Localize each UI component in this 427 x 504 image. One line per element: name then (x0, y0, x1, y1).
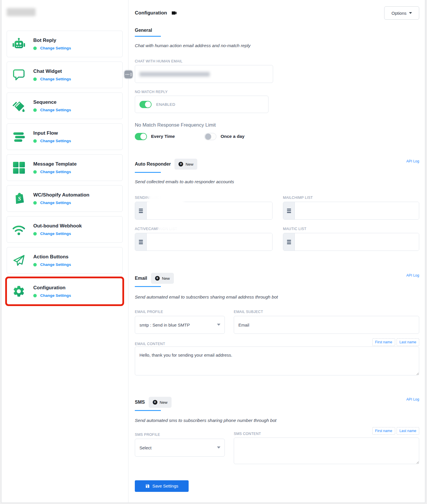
change-settings-link[interactable]: Change Settings (40, 293, 71, 298)
sidebar-item-body: Action Buttons Change Settings (33, 254, 71, 267)
sidebar-item-label: Message Template (33, 161, 77, 167)
main-panel: Configuration Options General Chat with … (129, 0, 425, 503)
change-settings-link[interactable]: Change Settings (40, 262, 71, 267)
svg-text:S: S (18, 196, 21, 202)
sidebar-item-body: Out-bound Webhook Change Settings (33, 223, 82, 236)
change-settings-link[interactable]: Change Settings (40, 108, 71, 112)
email-subject-input[interactable] (234, 316, 419, 334)
robot-icon (12, 37, 26, 51)
caret-down-icon (409, 12, 412, 14)
hamburger-icon (135, 233, 147, 251)
sms-new-button[interactable]: + New (149, 397, 172, 408)
sidebar-item-bot-reply[interactable]: Bot Reply Change Settings (7, 31, 123, 57)
mailchimp-list-input[interactable] (295, 202, 419, 219)
sms-api-log-link[interactable]: API Log (406, 397, 419, 401)
gear-icon (12, 284, 26, 298)
sidebar-item-label: Out-bound Webhook (33, 223, 82, 229)
save-icon (145, 484, 150, 488)
chat-with-human-email-input[interactable] (135, 65, 273, 83)
sms-fields-row: SMS PROFILE Select SMS CONTENT First nam… (135, 432, 419, 464)
change-settings-link[interactable]: Change Settings (40, 170, 71, 174)
sms-content-label-row: SMS CONTENT First name Last name (234, 432, 419, 436)
list-bars-icon (12, 130, 26, 144)
sidebar-item-sequence[interactable]: Sequence Change Settings (7, 92, 123, 119)
email-last-name-chip[interactable]: Last name (397, 338, 419, 346)
redacted-logo (7, 8, 36, 16)
auto-responder-api-log-link[interactable]: API Log (406, 159, 419, 163)
change-settings-link[interactable]: Change Settings (40, 139, 71, 143)
redaction-blob (148, 185, 184, 218)
chat-with-human-email-label: CHAT WITH HUMAN EMAIL (135, 59, 419, 63)
sms-content-label: SMS CONTENT (234, 432, 261, 436)
caret-down-icon (217, 446, 220, 449)
email-profile-row: EMAIL PROFILE smtp : Send in blue SMTP E… (135, 309, 419, 334)
email-content-label: EMAIL CONTENT (135, 342, 165, 346)
sidebar-item-label: Configuration (33, 285, 71, 291)
wifi-icon (12, 223, 26, 236)
sms-underline (135, 410, 161, 411)
sidebar-item-message-template[interactable]: Message Template Change Settings (7, 154, 123, 181)
sidebar-item-action-buttons[interactable]: Action Buttons Change Settings (7, 247, 123, 274)
status-dot (33, 170, 37, 174)
auto-responder-heading: Auto Responder (135, 162, 171, 167)
options-button[interactable]: Options (384, 6, 419, 20)
email-profile-label: EMAIL PROFILE (135, 310, 163, 314)
sidebar-item-outbound-webhook[interactable]: Out-bound Webhook Change Settings (7, 216, 123, 243)
email-subject-label: EMAIL SUBJECT (234, 310, 263, 314)
email-first-name-chip[interactable]: First name (372, 338, 395, 346)
auto-responder-heading-row: Auto Responder + New API Log (135, 159, 419, 170)
sidebar-item-label: WC/Shopify Automation (33, 192, 89, 198)
paint-bucket-icon (12, 99, 26, 113)
activecampaign-list-input[interactable] (147, 233, 272, 251)
change-settings-link[interactable]: Change Settings (40, 231, 71, 236)
once-a-day-toggle[interactable] (204, 133, 216, 140)
sms-heading: SMS (135, 400, 145, 405)
sms-first-name-chip[interactable]: First name (372, 427, 395, 435)
email-content-textarea[interactable]: Hello, thank you for sending your email … (135, 346, 419, 375)
general-description: Chat with human action email address and… (135, 42, 419, 49)
email-new-button[interactable]: + New (151, 273, 174, 284)
hamburger-icon (283, 233, 295, 251)
change-settings-link[interactable]: Change Settings (40, 46, 71, 50)
new-button-label: New (185, 162, 193, 166)
auto-responder-grid: SENDINBLUE LIST MAILCHIMP LIST (135, 195, 419, 251)
sidebar-item-chat-widget[interactable]: Chat Widget Change Settings (7, 62, 123, 88)
change-settings-link[interactable]: Change Settings (40, 201, 71, 205)
sms-last-name-chip[interactable]: Last name (397, 427, 419, 435)
frequency-heading: No Match Response Frequency Limit (135, 122, 419, 128)
sms-description: Send automated sms to subscribers sharin… (135, 417, 419, 424)
general-heading: General (135, 28, 419, 33)
sidebar-item-label: Action Buttons (33, 254, 71, 260)
status-dot (33, 77, 37, 81)
sms-profile-select[interactable]: Select (135, 439, 225, 457)
video-camera-icon[interactable] (171, 10, 177, 16)
sidebar-item-label: Sequence (33, 99, 71, 105)
sidebar-item-body: Bot Reply Change Settings (33, 38, 71, 50)
no-match-reply-toggle[interactable] (139, 101, 152, 108)
sidebar-item-body: Chat Widget Change Settings (33, 68, 71, 81)
every-time-toggle[interactable] (135, 133, 147, 140)
sidebar-item-input-flow[interactable]: Input Flow Change Settings (7, 123, 123, 150)
email-api-log-link[interactable]: API Log (406, 273, 419, 277)
save-settings-button[interactable]: Save Settings (135, 480, 189, 492)
chat-launcher-icon[interactable] (124, 71, 132, 78)
hamburger-icon (283, 202, 295, 219)
sidebar-item-wc-shopify-automation[interactable]: S WC/Shopify Automation Change Settings (7, 185, 123, 212)
chat-bubble-icon (12, 68, 26, 82)
mautic-list-field: MAUTIC LIST (283, 226, 419, 251)
sms-content-textarea[interactable] (234, 438, 419, 464)
email-profile-select[interactable]: smtp : Send in blue SMTP (135, 316, 225, 334)
status-dot (33, 47, 37, 50)
sidebar: Bot Reply Change Settings Chat Widget (1, 0, 128, 503)
paper-plane-icon (12, 253, 26, 267)
change-settings-link[interactable]: Change Settings (40, 77, 71, 81)
sidebar-item-configuration[interactable]: Configuration Change Settings (7, 278, 123, 305)
hamburger-icon (135, 202, 147, 219)
auto-responder-underline (135, 172, 161, 173)
mautic-list-input[interactable] (295, 233, 419, 251)
auto-responder-new-button[interactable]: + New (174, 159, 197, 170)
once-a-day-label: Once a day (220, 134, 244, 139)
mailchimp-list-label: MAILCHIMP LIST (283, 196, 313, 200)
redaction-patch (158, 225, 179, 231)
sms-heading-row: SMS + New API Log (135, 397, 419, 408)
